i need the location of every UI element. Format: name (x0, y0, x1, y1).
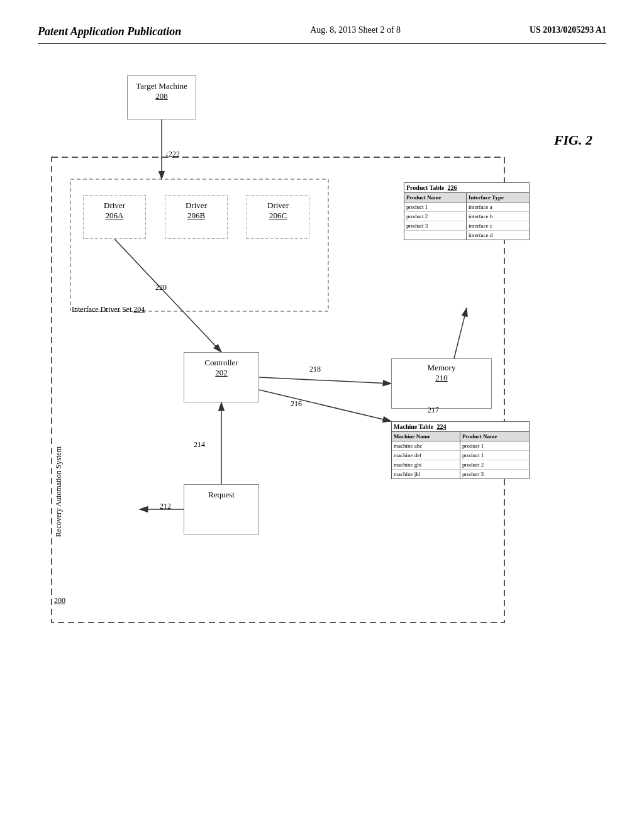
svg-line-4 (259, 377, 391, 384)
product-col1-header: Product Name (404, 193, 467, 202)
request-box: Request (184, 484, 259, 534)
arrow-222-label: ↓222 (165, 150, 180, 159)
machine-table-title: Machine Table 224 (392, 422, 529, 432)
svg-line-3 (114, 239, 221, 352)
recovery-system-label: Recovery Automation System (54, 446, 64, 537)
product-table-row: product 1 interface a (404, 202, 529, 212)
arrow-217-label: 217 (428, 406, 439, 415)
product-table-header: Product Name Interface Type (404, 193, 529, 202)
memory-label: Memory (396, 363, 487, 373)
driver-c-box: Driver 206C (247, 195, 309, 239)
machine-table-row: machine abc product 1 (392, 441, 529, 451)
product-table-row: product 2 interface b (404, 212, 529, 221)
controller-label: Controller (189, 358, 253, 368)
page: Patent Application Publication Aug. 8, 2… (0, 0, 644, 830)
driver-a-label: Driver (86, 201, 143, 211)
driver-c-label: Driver (250, 201, 306, 211)
product-table-title: Product Table 226 (404, 183, 529, 193)
arrow-216-label: 216 (291, 399, 302, 409)
driver-a-box: Driver 206A (83, 195, 146, 239)
diagram-svg (39, 57, 605, 748)
driver-b-number: 206B (168, 211, 225, 221)
arrow-218-label: 218 (309, 365, 321, 374)
driver-b-box: Driver 206B (165, 195, 228, 239)
memory-box: Memory 210 (391, 358, 492, 409)
target-machine-box: Target Machine 208 (127, 75, 196, 119)
publication-date-sheet: Aug. 8, 2013 Sheet 2 of 8 (310, 25, 401, 35)
product-table: Product Table 226 Product Name Interface… (404, 182, 530, 240)
machine-table: Machine Table 224 Machine Name Product N… (391, 421, 530, 479)
publication-number: US 2013/0205293 A1 (530, 25, 606, 35)
memory-number: 210 (396, 373, 487, 383)
ids-label: Interface Driver Set 204 (72, 305, 145, 314)
product-table-row: interface d (404, 231, 529, 240)
fig-label: FIG. 2 (554, 132, 592, 148)
request-label: Request (189, 490, 253, 500)
recovery-system-number: 200 (54, 596, 65, 606)
machine-col1-header: Machine Name (392, 432, 460, 441)
svg-line-5 (454, 308, 467, 358)
product-col2-header: Interface Type (467, 193, 529, 202)
machine-col2-header: Product Name (460, 432, 529, 441)
svg-line-6 (259, 390, 391, 421)
arrow-212-label: 212 (160, 502, 171, 511)
driver-c-number: 206C (250, 211, 306, 221)
target-machine-number: 208 (133, 91, 191, 101)
machine-table-header: Machine Name Product Name (392, 432, 529, 441)
product-table-row: product 3 interface c (404, 221, 529, 231)
controller-number: 202 (189, 368, 253, 378)
target-machine-label: Target Machine (133, 81, 191, 91)
page-header: Patent Application Publication Aug. 8, 2… (38, 25, 606, 44)
driver-a-number: 206A (86, 211, 143, 221)
machine-table-row: machine jkl product 3 (392, 470, 529, 479)
publication-title: Patent Application Publication (38, 25, 181, 38)
controller-box: Controller 202 (184, 352, 259, 402)
arrow-214-label: 214 (194, 440, 205, 450)
machine-table-row: machine ghi product 2 (392, 460, 529, 470)
arrow-220-label: 220 (155, 283, 167, 292)
machine-table-row: machine def product 1 (392, 451, 529, 460)
driver-b-label: Driver (168, 201, 225, 211)
diagram-area: FIG. 2 (39, 57, 605, 748)
